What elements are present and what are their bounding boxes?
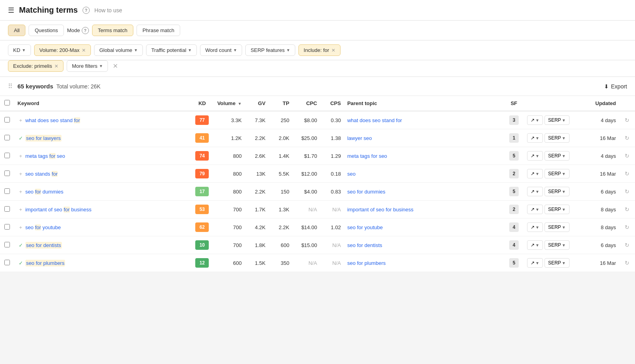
- refresh-icon[interactable]: ↻: [625, 135, 629, 141]
- plus-icon[interactable]: +: [17, 171, 24, 177]
- trend-button[interactable]: ↗ ▼: [527, 258, 543, 268]
- trend-button[interactable]: ↗ ▼: [527, 133, 543, 143]
- help-icon[interactable]: ?: [83, 7, 90, 14]
- keyword-link[interactable]: seo for youtube: [25, 224, 61, 230]
- serp-button[interactable]: SERP ▼: [545, 133, 570, 143]
- parent-topic-link[interactable]: what does seo stand for: [347, 117, 402, 123]
- trend-button[interactable]: ↗ ▼: [527, 187, 543, 196]
- trend-button[interactable]: ↗ ▼: [527, 222, 543, 232]
- tab-questions[interactable]: Questions: [29, 25, 64, 36]
- plus-icon[interactable]: +: [17, 207, 24, 213]
- keyword-link[interactable]: seo for plumbers: [25, 260, 65, 266]
- filter-more[interactable]: More filters ▼: [67, 60, 108, 72]
- select-all-checkbox[interactable]: [4, 100, 10, 105]
- serp-button[interactable]: SERP ▼: [545, 222, 570, 232]
- refresh-icon[interactable]: ↻: [625, 260, 629, 266]
- th-volume[interactable]: Volume ▼: [214, 96, 245, 111]
- row-checkbox-cell: [0, 201, 14, 218]
- th-keyword[interactable]: Keyword: [14, 96, 190, 111]
- filter-volume[interactable]: Volume: 200-Max ✕: [34, 44, 91, 56]
- row-checkbox[interactable]: [4, 135, 10, 140]
- trend-button[interactable]: ↗ ▼: [527, 240, 543, 250]
- keyword-link[interactable]: seo for dentists: [25, 242, 62, 249]
- filter-kd[interactable]: KD ▼: [8, 44, 31, 56]
- serp-button[interactable]: SERP ▼: [545, 258, 570, 268]
- trend-button[interactable]: ↗ ▼: [527, 115, 543, 125]
- keyword-link[interactable]: important of seo for business: [25, 207, 92, 213]
- refresh-icon[interactable]: ↻: [625, 153, 629, 159]
- row-checkbox[interactable]: [4, 117, 10, 123]
- row-checkbox-cell: [0, 111, 14, 129]
- check-icon[interactable]: ✓: [17, 260, 24, 266]
- row-checkbox[interactable]: [4, 242, 10, 247]
- refresh-icon[interactable]: ↻: [625, 188, 629, 195]
- row-checkbox[interactable]: [4, 206, 10, 212]
- how-to-use-link[interactable]: How to use: [94, 7, 122, 13]
- serp-button[interactable]: SERP ▼: [545, 151, 570, 161]
- filter-word-count[interactable]: Word count ▼: [200, 44, 242, 56]
- refresh-icon[interactable]: ↻: [625, 242, 629, 248]
- export-button[interactable]: ⬇ Export: [604, 83, 627, 90]
- parent-topic-link[interactable]: meta tags for seo: [347, 153, 387, 159]
- serp-button[interactable]: SERP ▼: [545, 115, 570, 125]
- th-kd[interactable]: KD: [190, 96, 214, 111]
- plus-icon[interactable]: +: [17, 117, 24, 123]
- plus-icon[interactable]: +: [17, 224, 24, 230]
- tp-cell: 250: [269, 111, 292, 129]
- close-icon[interactable]: ✕: [331, 48, 335, 53]
- serp-button[interactable]: SERP ▼: [545, 169, 570, 178]
- refresh-icon[interactable]: ↻: [625, 224, 629, 230]
- close-icon[interactable]: ✕: [82, 48, 86, 53]
- trend-button[interactable]: ↗ ▼: [527, 205, 543, 214]
- tp-cell: 1.3K: [269, 201, 292, 218]
- tab-phrase-match[interactable]: Phrase match: [137, 25, 180, 36]
- parent-topic-link[interactable]: seo for plumbers: [347, 260, 386, 266]
- cps-cell: 0.18: [320, 165, 344, 183]
- filter-include[interactable]: Include: for ✕: [298, 44, 341, 56]
- keyword-link[interactable]: what does seo stand for: [25, 117, 80, 123]
- parent-topic-link[interactable]: seo for dentists: [347, 242, 382, 248]
- row-checkbox[interactable]: [4, 153, 10, 158]
- parent-topic-link[interactable]: important of seo for business: [347, 207, 414, 213]
- filter-exclude[interactable]: Exclude: primelis ✕: [8, 60, 64, 72]
- tab-terms-match[interactable]: Terms match: [92, 25, 133, 36]
- plus-icon[interactable]: +: [17, 153, 24, 159]
- serp-button[interactable]: SERP ▼: [545, 240, 570, 250]
- row-checkbox[interactable]: [4, 171, 10, 176]
- refresh-icon[interactable]: ↻: [625, 117, 629, 123]
- plus-icon[interactable]: +: [17, 189, 24, 195]
- trend-button[interactable]: ↗ ▼: [527, 151, 543, 161]
- volume-cell: 3.3K: [214, 111, 245, 129]
- keyword-link[interactable]: meta tags for seo: [25, 153, 65, 159]
- parent-topic-link[interactable]: lawyer seo: [347, 135, 372, 141]
- refresh-icon[interactable]: ↻: [625, 206, 629, 213]
- parent-topic-link[interactable]: seo: [347, 171, 356, 177]
- keyword-link[interactable]: seo for lawyers: [25, 135, 62, 142]
- filter-traffic-potential[interactable]: Traffic potential ▼: [146, 44, 197, 56]
- parent-topic-link[interactable]: seo for youtube: [347, 224, 383, 230]
- filter-global-volume[interactable]: Global volume ▼: [94, 44, 143, 56]
- parent-topic-cell: seo for youtube: [344, 218, 504, 236]
- action-group: ↗ ▼ SERP ▼: [527, 205, 584, 214]
- menu-icon[interactable]: ☰: [8, 6, 14, 15]
- cpc-cell: $4.00: [292, 183, 320, 201]
- tab-all[interactable]: All: [8, 25, 25, 36]
- row-checkbox[interactable]: [4, 224, 10, 230]
- row-checkbox[interactable]: [4, 260, 10, 265]
- serp-button[interactable]: SERP ▼: [545, 187, 570, 196]
- check-icon[interactable]: ✓: [17, 135, 24, 141]
- filter-serp-features[interactable]: SERP features ▼: [245, 44, 295, 56]
- clear-filters-icon[interactable]: ✕: [113, 62, 118, 70]
- keyword-cell: ✓ seo for lawyers: [14, 129, 190, 147]
- row-checkbox[interactable]: [4, 188, 10, 194]
- mode-help-icon[interactable]: ?: [82, 27, 89, 34]
- th-cps: CPS: [320, 96, 344, 111]
- close-icon[interactable]: ✕: [54, 63, 58, 69]
- keyword-link[interactable]: seo stands for: [25, 171, 58, 177]
- trend-button[interactable]: ↗ ▼: [527, 169, 543, 178]
- check-icon[interactable]: ✓: [17, 242, 24, 248]
- keyword-link[interactable]: seo for dummies: [25, 189, 64, 195]
- refresh-icon[interactable]: ↻: [625, 171, 629, 177]
- serp-button[interactable]: SERP ▼: [545, 205, 570, 214]
- parent-topic-link[interactable]: seo for dummies: [347, 189, 385, 195]
